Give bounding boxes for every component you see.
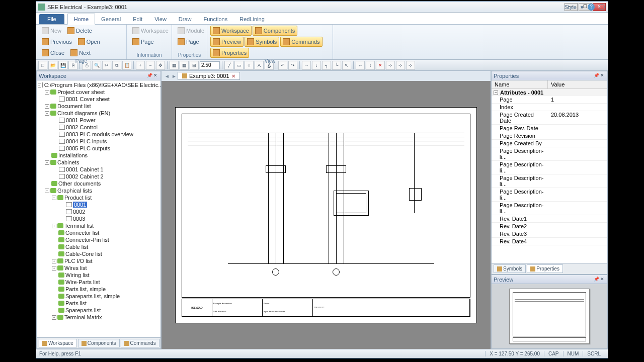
expand-icon[interactable]: − — [45, 160, 49, 165]
property-row[interactable]: Rev. Date1 — [492, 215, 607, 223]
tab-redlining[interactable]: RedLining — [233, 14, 271, 24]
tool-snap1[interactable]: ⊹ — [386, 61, 395, 70]
tool-zoomout[interactable]: − — [146, 61, 155, 70]
ws-tab-workspace[interactable]: Workspace — [39, 339, 77, 347]
tool-select[interactable]: ↖ — [342, 61, 351, 70]
view-workspace-button[interactable]: Workspace — [210, 26, 252, 36]
property-row[interactable]: Page1 — [492, 96, 607, 104]
pin-icon[interactable]: 📌 — [593, 73, 599, 79]
style-dropdown[interactable]: Style — [565, 4, 577, 10]
property-row[interactable]: Page Description-li... — [492, 188, 607, 202]
properties-grid[interactable]: NameValue −Attributes - 0001 Page1IndexP… — [492, 80, 607, 263]
ws-tab-components[interactable]: Components — [78, 339, 120, 347]
close-doc-icon[interactable]: ✕ — [231, 73, 235, 79]
tool-snap2[interactable]: ⊹ — [396, 61, 405, 70]
tool-wire4[interactable]: └ — [332, 61, 341, 70]
tool-del[interactable]: ✕ — [376, 61, 385, 70]
tool-dim1[interactable]: ↔ — [356, 61, 365, 70]
preview-thumbnail[interactable] — [509, 289, 590, 344]
page-icon — [66, 216, 72, 221]
chevron-down-icon[interactable]: ▾ — [581, 4, 584, 11]
tool-dim2[interactable]: ↕ — [366, 61, 375, 70]
property-row[interactable]: Page Rev. Date — [492, 125, 607, 132]
page-icon — [59, 125, 65, 130]
tab-view[interactable]: View — [148, 14, 173, 24]
new-button[interactable]: New — [39, 26, 64, 36]
help-icon[interactable]: ? — [588, 4, 595, 11]
property-row[interactable]: Page Created Date20.08.2013 — [492, 111, 607, 125]
doc-tab[interactable]: Example3: 0001 ✕ — [178, 72, 240, 80]
tab-edit[interactable]: Edit — [127, 14, 148, 24]
ws-tab-commands[interactable]: Commands — [121, 339, 159, 347]
tab-functions[interactable]: Functions — [198, 14, 234, 24]
close-icon[interactable]: ✕ — [599, 73, 605, 79]
next-doc-icon[interactable]: ► — [171, 73, 178, 79]
close-icon[interactable]: ✕ — [599, 277, 605, 283]
property-row[interactable]: Page Description-li... — [492, 147, 607, 161]
expand-icon[interactable]: + — [52, 315, 56, 320]
next-icon — [70, 49, 77, 56]
close-button[interactable]: Close — [39, 48, 67, 58]
tab-home[interactable]: Home — [67, 14, 95, 25]
pin-icon[interactable]: 📌 — [146, 73, 152, 79]
view-properties-button[interactable]: Properties — [210, 48, 249, 58]
tab-file[interactable]: File — [39, 14, 64, 24]
property-row[interactable]: Rev. Date2 — [492, 223, 607, 230]
tab-draw[interactable]: Draw — [173, 14, 198, 24]
tab-general[interactable]: General — [95, 14, 127, 24]
open-button[interactable]: Open — [75, 37, 103, 47]
property-row[interactable]: Index — [492, 104, 607, 111]
tool-grid2[interactable]: ▦ — [180, 61, 189, 70]
page-info-button[interactable]: Page — [130, 37, 156, 47]
module-button[interactable]: Module — [175, 26, 207, 36]
previous-button[interactable]: Previous — [39, 37, 74, 47]
close-icon[interactable]: ✕ — [152, 73, 158, 79]
properties-icon — [530, 266, 535, 272]
tool-grid3[interactable]: ⊞ — [190, 61, 199, 70]
group-page-label: Page — [39, 58, 123, 64]
pin-icon[interactable]: 📌 — [593, 277, 599, 283]
expand-icon[interactable]: − — [45, 189, 49, 193]
delete-button[interactable]: Delete — [65, 26, 95, 36]
view-preview-button[interactable]: Preview — [210, 37, 244, 47]
property-row[interactable]: Page Revision — [492, 132, 607, 140]
expand-icon[interactable]: + — [52, 259, 56, 263]
property-row[interactable]: Page Description-li... — [492, 161, 607, 174]
workspace-tree[interactable]: −C:\Program Files (x86)\IGE+XAO\SEE Elec… — [37, 80, 160, 337]
view-commands-button[interactable]: Commands — [280, 37, 322, 47]
tool-snap3[interactable]: ⊹ — [406, 61, 415, 70]
prev-doc-icon[interactable]: ◄ — [164, 73, 171, 79]
tab-symbols[interactable]: Symbols — [494, 264, 526, 273]
page-props-button[interactable]: Page — [175, 37, 202, 47]
new-icon — [42, 27, 49, 34]
diamond-icon — [58, 294, 64, 299]
expand-icon[interactable]: − — [52, 196, 56, 200]
tab-properties[interactable]: Properties — [527, 264, 563, 273]
workspace-icon — [42, 341, 47, 346]
drawing-canvas[interactable]: IGE+XAO Example AutomationSEE Electrical… — [162, 81, 491, 349]
expand-icon[interactable]: − — [45, 111, 49, 116]
property-row[interactable]: Page Created By — [492, 140, 607, 147]
view-components-button[interactable]: Components — [253, 26, 297, 36]
diamond-icon — [58, 301, 64, 306]
expand-icon[interactable]: − — [45, 90, 49, 95]
info-icon[interactable] — [599, 4, 605, 10]
property-row[interactable]: Rev. Date3 — [492, 230, 607, 238]
tool-zoomin[interactable]: + — [136, 61, 145, 70]
view-symbols-button[interactable]: Symbols — [245, 37, 279, 47]
workspace-info-button[interactable]: Workspace — [130, 26, 171, 36]
preview-title: Preview — [494, 277, 513, 283]
expand-icon[interactable]: + — [52, 266, 56, 270]
tool-pan[interactable]: ✥ — [156, 61, 165, 70]
next-button[interactable]: Next — [68, 48, 93, 58]
expand-icon[interactable]: − — [38, 83, 41, 87]
property-row[interactable]: Page Description-li... — [492, 174, 607, 188]
expand-icon[interactable]: + — [52, 224, 56, 228]
expand-icon[interactable]: + — [45, 104, 49, 109]
properties-category[interactable]: −Attributes - 0001 — [492, 89, 607, 96]
property-row[interactable]: Page Description-li... — [492, 202, 607, 215]
tool-grid1[interactable]: ▦ — [170, 61, 179, 70]
selected-item[interactable]: 0001 — [73, 202, 87, 208]
tool-paste[interactable]: 📋 — [122, 61, 131, 70]
property-row[interactable]: Rev. Date4 — [492, 238, 607, 245]
